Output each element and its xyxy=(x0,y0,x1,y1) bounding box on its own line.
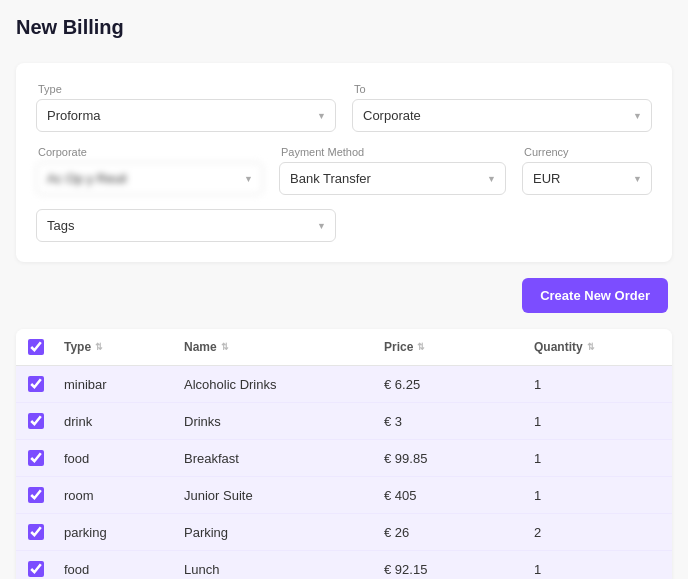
sort-icon-type: ⇅ xyxy=(95,342,103,352)
form-group-tags: Tags xyxy=(36,209,346,242)
form-group-type: Type Proforma Invoice Credit Note xyxy=(36,83,336,132)
row-name-4: Parking xyxy=(176,525,376,540)
row-type-5: food xyxy=(56,562,176,577)
corporate-label: Corporate xyxy=(36,146,263,158)
header-price: Price ⇅ xyxy=(376,340,526,354)
table-row: minibar Alcoholic Drinks € 6.25 1 xyxy=(16,366,672,403)
type-select-wrapper: Proforma Invoice Credit Note xyxy=(36,99,336,132)
currency-select[interactable]: EUR USD GBP xyxy=(522,162,652,195)
row-type-0: minibar xyxy=(56,377,176,392)
form-row-type-to: Type Proforma Invoice Credit Note To Cor… xyxy=(36,83,652,132)
row-type-1: drink xyxy=(56,414,176,429)
table-header: Type ⇅ Name ⇅ Price ⇅ Quantity ⇅ xyxy=(16,329,672,366)
row-price-1: € 3 xyxy=(376,414,526,429)
row-name-2: Breakfast xyxy=(176,451,376,466)
row-checkbox-0[interactable] xyxy=(28,376,44,392)
row-checkbox-1[interactable] xyxy=(28,413,44,429)
create-order-row: Create New Order xyxy=(16,278,672,313)
header-checkbox-cell xyxy=(16,339,56,355)
row-price-2: € 99.85 xyxy=(376,451,526,466)
row-checkbox-cell xyxy=(16,413,56,429)
row-quantity-1: 1 xyxy=(526,414,646,429)
row-checkbox-2[interactable] xyxy=(28,450,44,466)
row-type-4: parking xyxy=(56,525,176,540)
row-checkbox-4[interactable] xyxy=(28,524,44,540)
row-quantity-2: 1 xyxy=(526,451,646,466)
header-quantity: Quantity ⇅ xyxy=(526,340,646,354)
table-rows-container: minibar Alcoholic Drinks € 6.25 1 drink … xyxy=(16,366,672,579)
row-quantity-3: 1 xyxy=(526,488,646,503)
row-checkbox-5[interactable] xyxy=(28,561,44,577)
sort-icon-quantity: ⇅ xyxy=(587,342,595,352)
row-name-0: Alcoholic Drinks xyxy=(176,377,376,392)
type-label: Type xyxy=(36,83,336,95)
row-price-3: € 405 xyxy=(376,488,526,503)
to-label: To xyxy=(352,83,652,95)
header-type: Type ⇅ xyxy=(56,340,176,354)
row-name-3: Junior Suite xyxy=(176,488,376,503)
row-checkbox-cell xyxy=(16,487,56,503)
to-select[interactable]: Corporate Individual Agency xyxy=(352,99,652,132)
sort-icon-price: ⇅ xyxy=(417,342,425,352)
row-checkbox-3[interactable] xyxy=(28,487,44,503)
payment-select-wrapper: Bank Transfer Credit Card Cash xyxy=(279,162,506,195)
row-checkbox-cell xyxy=(16,524,56,540)
row-price-5: € 92.15 xyxy=(376,562,526,577)
row-price-0: € 6.25 xyxy=(376,377,526,392)
sort-icon-name: ⇅ xyxy=(221,342,229,352)
payment-select[interactable]: Bank Transfer Credit Card Cash xyxy=(279,162,506,195)
table-row: food Lunch € 92.15 1 xyxy=(16,551,672,579)
form-group-payment: Payment Method Bank Transfer Credit Card… xyxy=(279,146,506,195)
currency-label: Currency xyxy=(522,146,652,158)
row-name-1: Drinks xyxy=(176,414,376,429)
table-section: Type ⇅ Name ⇅ Price ⇅ Quantity ⇅ minibar… xyxy=(16,329,672,579)
header-name: Name ⇅ xyxy=(176,340,376,354)
table-row: drink Drinks € 3 1 xyxy=(16,403,672,440)
row-checkbox-cell xyxy=(16,376,56,392)
row-checkbox-cell xyxy=(16,561,56,577)
form-row-tags: Tags xyxy=(36,209,652,242)
row-type-3: room xyxy=(56,488,176,503)
table-row: room Junior Suite € 405 1 xyxy=(16,477,672,514)
tags-select-wrapper: Tags xyxy=(36,209,336,242)
row-type-2: food xyxy=(56,451,176,466)
row-quantity-4: 2 xyxy=(526,525,646,540)
row-checkbox-cell xyxy=(16,450,56,466)
form-group-currency: Currency EUR USD GBP xyxy=(522,146,652,195)
to-select-wrapper: Corporate Individual Agency xyxy=(352,99,652,132)
tags-select[interactable]: Tags xyxy=(36,209,336,242)
corporate-select-wrapper: Ac Op y Reuil xyxy=(36,162,263,195)
row-quantity-0: 1 xyxy=(526,377,646,392)
currency-select-wrapper: EUR USD GBP xyxy=(522,162,652,195)
row-name-5: Lunch xyxy=(176,562,376,577)
payment-label: Payment Method xyxy=(279,146,506,158)
table-row: parking Parking € 26 2 xyxy=(16,514,672,551)
form-group-to: To Corporate Individual Agency xyxy=(352,83,652,132)
create-order-button[interactable]: Create New Order xyxy=(522,278,668,313)
page-title: New Billing xyxy=(16,16,672,39)
type-select[interactable]: Proforma Invoice Credit Note xyxy=(36,99,336,132)
form-group-corporate: Corporate Ac Op y Reuil xyxy=(36,146,263,195)
form-section: Type Proforma Invoice Credit Note To Cor… xyxy=(16,63,672,262)
row-quantity-5: 1 xyxy=(526,562,646,577)
corporate-select[interactable]: Ac Op y Reuil xyxy=(36,162,263,195)
row-price-4: € 26 xyxy=(376,525,526,540)
form-row-corporate-payment: Corporate Ac Op y Reuil Payment Method B… xyxy=(36,146,652,195)
header-checkbox[interactable] xyxy=(28,339,44,355)
table-row: food Breakfast € 99.85 1 xyxy=(16,440,672,477)
